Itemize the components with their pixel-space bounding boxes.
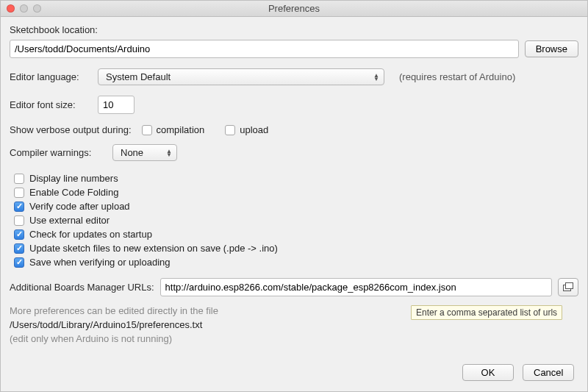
editor-language-hint: (requires restart of Arduino) [399, 71, 515, 82]
close-icon[interactable] [7, 4, 15, 13]
compiler-warnings-select[interactable]: None ▲▼ [112, 144, 177, 161]
editor-font-size-label: Editor font size: [10, 99, 92, 110]
save-when-verifying-checkbox[interactable] [14, 257, 24, 268]
sketchbook-path-input[interactable] [10, 40, 519, 58]
editor-language-label: Editor language: [10, 71, 92, 82]
verify-code-after-upload-checkbox[interactable] [14, 202, 24, 212]
compiler-warnings-label: Compiler warnings: [10, 147, 107, 158]
svg-rect-1 [565, 283, 573, 289]
verify-code-after-upload-label: Verify code after upload [29, 201, 130, 212]
boards-url-manage-button[interactable] [558, 278, 578, 296]
boards-url-label: Additional Boards Manager URLs: [10, 282, 154, 293]
upload-checkbox[interactable] [225, 125, 235, 135]
verbose-output-label: Show verbose output during: [10, 124, 132, 135]
editor-language-select[interactable]: System Default ▲▼ [98, 68, 384, 85]
preferences-window: Preferences Sketchbook location: Browse … [0, 0, 588, 392]
enable-code-folding-checkbox[interactable] [14, 188, 24, 198]
check-updates-label: Check for updates on startup [29, 229, 152, 240]
more-prefs-line3: (edit only when Arduino is not running) [10, 333, 578, 344]
windows-icon [563, 282, 574, 292]
more-prefs-path: /Users/todd/Library/Arduino15/preference… [10, 319, 578, 330]
boards-url-input[interactable] [160, 278, 552, 296]
browse-button[interactable]: Browse [525, 40, 578, 57]
use-external-editor-checkbox[interactable] [14, 215, 24, 226]
save-when-verifying-label: Save when verifying or uploading [29, 257, 171, 268]
upload-label: upload [240, 124, 268, 135]
zoom-icon[interactable] [33, 4, 41, 13]
window-title: Preferences [1, 3, 587, 14]
window-controls [7, 4, 41, 13]
compilation-label: compilation [157, 124, 205, 135]
display-line-numbers-checkbox[interactable] [14, 174, 24, 184]
updown-icon: ▲▼ [166, 149, 172, 157]
enable-code-folding-label: Enable Code Folding [29, 187, 118, 198]
titlebar: Preferences [1, 1, 587, 17]
update-ext-label: Update sketch files to new extension on … [29, 243, 278, 254]
use-external-editor-label: Use external editor [29, 215, 110, 226]
editor-font-size-input[interactable] [98, 96, 135, 114]
check-updates-checkbox[interactable] [14, 229, 24, 240]
update-ext-checkbox[interactable] [14, 243, 24, 254]
compiler-warnings-value: None [121, 147, 143, 158]
compilation-checkbox[interactable] [142, 125, 152, 135]
boards-url-tooltip: Enter a comma separated list of urls [411, 305, 562, 320]
cancel-button[interactable]: Cancel [523, 364, 574, 381]
editor-language-value: System Default [106, 71, 171, 82]
minimize-icon[interactable] [20, 4, 28, 13]
display-line-numbers-label: Display line numbers [29, 173, 118, 184]
updown-icon: ▲▼ [373, 74, 379, 81]
content: Sketchbook location: Browse Editor langu… [1, 17, 587, 391]
sketchbook-location-label: Sketchbook location: [10, 24, 578, 35]
ok-button[interactable]: OK [462, 364, 514, 381]
